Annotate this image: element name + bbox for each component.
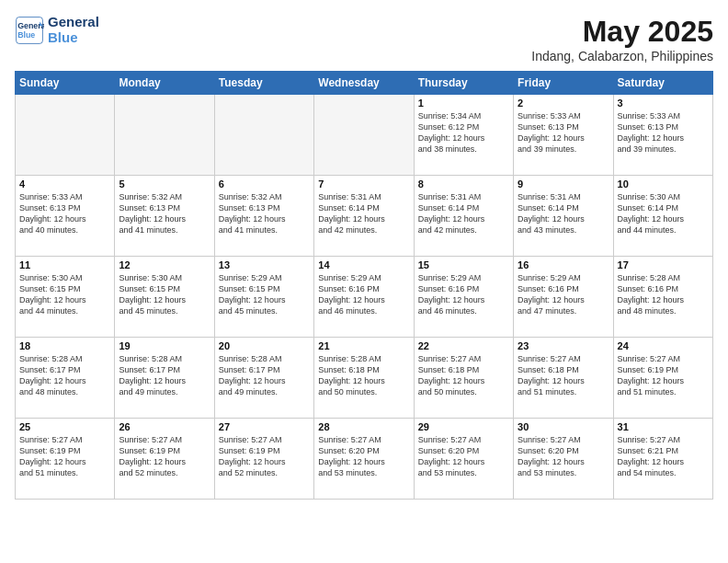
calendar-cell: 3Sunrise: 5:33 AM Sunset: 6:13 PM Daylig… [613, 95, 712, 176]
calendar-cell: 31Sunrise: 5:27 AM Sunset: 6:21 PM Dayli… [613, 419, 712, 500]
calendar-cell: 16Sunrise: 5:29 AM Sunset: 6:16 PM Dayli… [514, 257, 613, 338]
day-info: Sunrise: 5:27 AM Sunset: 6:19 PM Dayligh… [219, 434, 310, 479]
day-info: Sunrise: 5:31 AM Sunset: 6:14 PM Dayligh… [318, 191, 409, 236]
week-row-4: 18Sunrise: 5:28 AM Sunset: 6:17 PM Dayli… [16, 338, 713, 419]
day-number: 26 [119, 421, 210, 432]
calendar-cell: 23Sunrise: 5:27 AM Sunset: 6:18 PM Dayli… [514, 338, 613, 419]
day-number: 3 [618, 98, 709, 109]
day-info: Sunrise: 5:32 AM Sunset: 6:13 PM Dayligh… [119, 191, 210, 236]
day-info: Sunrise: 5:30 AM Sunset: 6:15 PM Dayligh… [19, 272, 110, 317]
calendar-cell: 12Sunrise: 5:30 AM Sunset: 6:15 PM Dayli… [115, 257, 214, 338]
week-row-1: 1Sunrise: 5:34 AM Sunset: 6:12 PM Daylig… [16, 95, 713, 176]
day-number: 31 [618, 421, 709, 432]
day-number: 11 [19, 259, 110, 270]
calendar-cell: 11Sunrise: 5:30 AM Sunset: 6:15 PM Dayli… [16, 257, 115, 338]
day-number: 18 [19, 340, 110, 351]
day-number: 10 [618, 178, 709, 190]
calendar-cell: 8Sunrise: 5:31 AM Sunset: 6:14 PM Daylig… [414, 176, 513, 257]
day-number: 13 [219, 259, 310, 270]
day-number: 16 [518, 259, 609, 270]
day-number: 21 [318, 340, 409, 351]
calendar-cell: 4Sunrise: 5:33 AM Sunset: 6:13 PM Daylig… [16, 176, 115, 257]
week-row-2: 4Sunrise: 5:33 AM Sunset: 6:13 PM Daylig… [16, 176, 713, 257]
calendar-cell [214, 95, 313, 176]
day-number: 17 [618, 259, 709, 270]
day-info: Sunrise: 5:28 AM Sunset: 6:16 PM Dayligh… [618, 272, 709, 317]
calendar-cell [16, 95, 115, 176]
month-title: May 2025 [531, 15, 713, 49]
day-number: 28 [318, 421, 409, 432]
day-info: Sunrise: 5:27 AM Sunset: 6:19 PM Dayligh… [618, 353, 709, 398]
day-info: Sunrise: 5:28 AM Sunset: 6:18 PM Dayligh… [318, 353, 409, 398]
day-info: Sunrise: 5:33 AM Sunset: 6:13 PM Dayligh… [518, 110, 609, 155]
day-info: Sunrise: 5:27 AM Sunset: 6:21 PM Dayligh… [618, 434, 709, 479]
calendar-cell: 15Sunrise: 5:29 AM Sunset: 6:16 PM Dayli… [414, 257, 513, 338]
day-number: 30 [518, 421, 609, 432]
logo-text: General Blue [48, 15, 99, 45]
day-number: 12 [119, 259, 210, 270]
day-number: 5 [119, 178, 210, 190]
logo-icon: General Blue [15, 16, 44, 45]
day-info: Sunrise: 5:31 AM Sunset: 6:14 PM Dayligh… [418, 191, 509, 236]
day-info: Sunrise: 5:28 AM Sunset: 6:17 PM Dayligh… [119, 353, 210, 398]
day-info: Sunrise: 5:29 AM Sunset: 6:16 PM Dayligh… [518, 272, 609, 317]
day-info: Sunrise: 5:28 AM Sunset: 6:17 PM Dayligh… [219, 353, 310, 398]
day-number: 4 [19, 178, 110, 190]
calendar-cell: 30Sunrise: 5:27 AM Sunset: 6:20 PM Dayli… [514, 419, 613, 500]
day-info: Sunrise: 5:32 AM Sunset: 6:13 PM Dayligh… [219, 191, 310, 236]
header-wednesday: Wednesday [314, 72, 414, 95]
day-info: Sunrise: 5:27 AM Sunset: 6:20 PM Dayligh… [318, 434, 409, 479]
day-number: 19 [119, 340, 210, 351]
calendar-cell: 6Sunrise: 5:32 AM Sunset: 6:13 PM Daylig… [214, 176, 313, 257]
calendar-cell: 9Sunrise: 5:31 AM Sunset: 6:14 PM Daylig… [514, 176, 613, 257]
day-info: Sunrise: 5:29 AM Sunset: 6:16 PM Dayligh… [418, 272, 509, 317]
logo: General Blue General Blue [15, 15, 99, 45]
day-number: 2 [518, 98, 609, 109]
day-number: 8 [418, 178, 509, 190]
week-row-3: 11Sunrise: 5:30 AM Sunset: 6:15 PM Dayli… [16, 257, 713, 338]
header-tuesday: Tuesday [214, 72, 313, 95]
day-info: Sunrise: 5:29 AM Sunset: 6:16 PM Dayligh… [318, 272, 409, 317]
calendar-cell: 14Sunrise: 5:29 AM Sunset: 6:16 PM Dayli… [314, 257, 414, 338]
day-number: 29 [418, 421, 509, 432]
header-monday: Monday [115, 72, 214, 95]
calendar-cell: 25Sunrise: 5:27 AM Sunset: 6:19 PM Dayli… [16, 419, 115, 500]
calendar-table: SundayMondayTuesdayWednesdayThursdayFrid… [15, 71, 713, 500]
day-number: 9 [518, 178, 609, 190]
day-number: 7 [318, 178, 409, 190]
day-info: Sunrise: 5:28 AM Sunset: 6:17 PM Dayligh… [19, 353, 110, 398]
day-info: Sunrise: 5:31 AM Sunset: 6:14 PM Dayligh… [518, 191, 609, 236]
calendar-cell: 10Sunrise: 5:30 AM Sunset: 6:14 PM Dayli… [613, 176, 712, 257]
day-info: Sunrise: 5:27 AM Sunset: 6:18 PM Dayligh… [418, 353, 509, 398]
calendar-cell [314, 95, 414, 176]
calendar-cell: 2Sunrise: 5:33 AM Sunset: 6:13 PM Daylig… [514, 95, 613, 176]
day-number: 1 [418, 98, 509, 109]
title-block: May 2025 Indang, Calabarzon, Philippines [531, 15, 713, 63]
day-number: 25 [19, 421, 110, 432]
calendar-cell: 20Sunrise: 5:28 AM Sunset: 6:17 PM Dayli… [214, 338, 313, 419]
day-number: 15 [418, 259, 509, 270]
day-info: Sunrise: 5:27 AM Sunset: 6:19 PM Dayligh… [119, 434, 210, 479]
day-number: 23 [518, 340, 609, 351]
page-header: General Blue General Blue May 2025 Indan… [15, 15, 713, 63]
day-info: Sunrise: 5:27 AM Sunset: 6:18 PM Dayligh… [518, 353, 609, 398]
week-row-5: 25Sunrise: 5:27 AM Sunset: 6:19 PM Dayli… [16, 419, 713, 500]
day-info: Sunrise: 5:30 AM Sunset: 6:14 PM Dayligh… [618, 191, 709, 236]
day-number: 22 [418, 340, 509, 351]
day-info: Sunrise: 5:34 AM Sunset: 6:12 PM Dayligh… [418, 110, 509, 155]
calendar-cell: 26Sunrise: 5:27 AM Sunset: 6:19 PM Dayli… [115, 419, 214, 500]
calendar-cell: 19Sunrise: 5:28 AM Sunset: 6:17 PM Dayli… [115, 338, 214, 419]
svg-text:Blue: Blue [17, 30, 35, 40]
calendar-cell: 1Sunrise: 5:34 AM Sunset: 6:12 PM Daylig… [414, 95, 513, 176]
header-sunday: Sunday [16, 72, 115, 95]
calendar-cell: 28Sunrise: 5:27 AM Sunset: 6:20 PM Dayli… [314, 419, 414, 500]
calendar-cell: 24Sunrise: 5:27 AM Sunset: 6:19 PM Dayli… [613, 338, 712, 419]
header-thursday: Thursday [414, 72, 513, 95]
calendar-cell: 7Sunrise: 5:31 AM Sunset: 6:14 PM Daylig… [314, 176, 414, 257]
day-info: Sunrise: 5:33 AM Sunset: 6:13 PM Dayligh… [19, 191, 110, 236]
calendar-cell: 22Sunrise: 5:27 AM Sunset: 6:18 PM Dayli… [414, 338, 513, 419]
day-number: 6 [219, 178, 310, 190]
day-info: Sunrise: 5:30 AM Sunset: 6:15 PM Dayligh… [119, 272, 210, 317]
calendar-cell: 17Sunrise: 5:28 AM Sunset: 6:16 PM Dayli… [613, 257, 712, 338]
calendar-cell [115, 95, 214, 176]
